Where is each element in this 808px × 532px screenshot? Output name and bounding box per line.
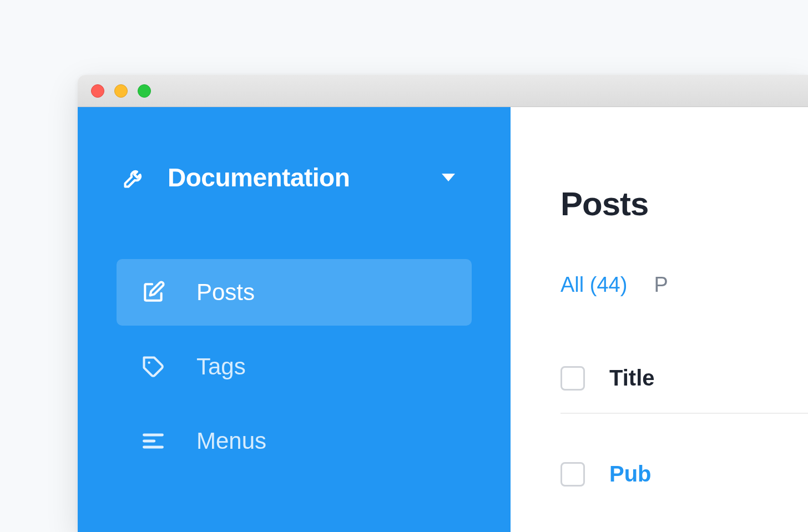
sidebar-item-tags[interactable]: Tags [117,333,472,400]
sidebar: Documentation Posts [78,107,511,532]
posts-table: Title Pub [560,358,808,494]
select-all-checkbox[interactable] [560,366,585,391]
post-title-link[interactable]: Pub [609,462,652,487]
wrench-icon [122,165,147,190]
menu-lines-icon [141,429,165,453]
svg-point-0 [148,361,150,363]
filter-tabs: All (44) P [560,273,808,297]
tag-icon [141,354,165,379]
sidebar-item-label: Posts [196,279,255,306]
sidebar-item-posts[interactable]: Posts [117,259,472,326]
sidebar-nav: Posts Tags [117,259,472,474]
site-name: Documentation [168,163,421,192]
sidebar-item-label: Tags [196,353,246,380]
edit-square-icon [141,280,165,305]
app-window: Documentation Posts [78,75,808,532]
row-checkbox[interactable] [560,462,585,487]
window-body: Documentation Posts [78,107,808,532]
page-title: Posts [560,185,808,223]
table-header-row: Title [560,358,808,414]
chevron-down-icon [442,174,455,181]
table-row: Pub [560,454,808,494]
window-zoom-button[interactable] [138,84,151,98]
table-body: Pub [560,414,808,494]
window-titlebar [78,75,808,107]
sidebar-item-label: Menus [196,428,266,454]
filter-all[interactable]: All (44) [560,273,627,297]
window-minimize-button[interactable] [114,84,128,98]
site-selector[interactable]: Documentation [117,163,472,192]
sidebar-item-menus[interactable]: Menus [117,408,472,474]
filter-next-partial[interactable]: P [654,273,668,297]
column-header-title: Title [609,366,655,391]
main-content: Posts All (44) P Title Pub [511,107,808,532]
window-close-button[interactable] [91,84,104,98]
